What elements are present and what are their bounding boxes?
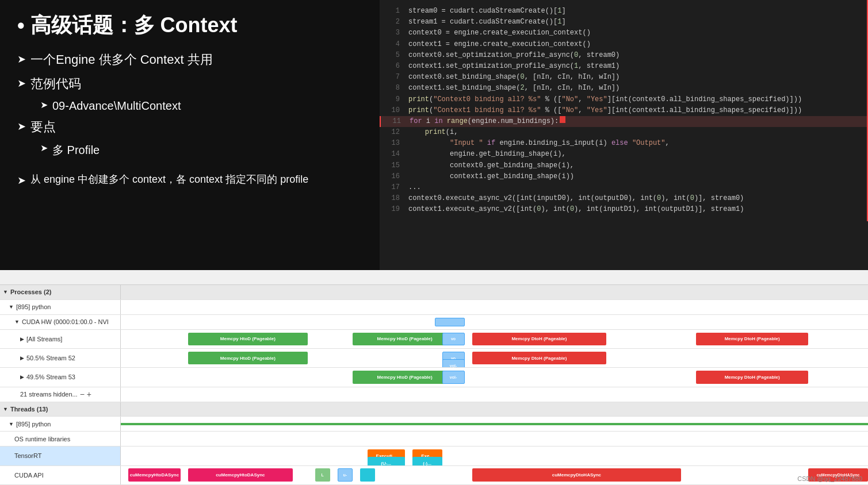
bar-cuda-u: u- bbox=[338, 468, 353, 482]
code-line-4: 4 context1 = engine.create_execution_con… bbox=[380, 39, 868, 50]
expand-cuda-icon[interactable]: ▼ bbox=[14, 319, 20, 325]
code-line-10: 10 print("Context1 binding all? %s" % ([… bbox=[380, 105, 868, 116]
bar-s53-dtoh: Memcpy DtoH (Pageable) bbox=[696, 371, 808, 384]
code-line-15: 15 context0.get_binding_shape(i), bbox=[380, 160, 868, 171]
add-remove-buttons: − + bbox=[80, 390, 91, 399]
tensorrt-content: Executi... Exe... (U-... (-)... bbox=[121, 446, 868, 465]
code-line-5: 5 context0.set_optimization_profile_asyn… bbox=[380, 50, 868, 61]
python-process-content bbox=[121, 300, 868, 314]
minus-icon[interactable]: − bbox=[80, 390, 85, 399]
bar-u1: (U-... bbox=[368, 457, 405, 465]
code-line-6: 6 context1.set_optimization_profile_asyn… bbox=[380, 61, 868, 72]
cuda-hw-label: ▼ CUDA HW (0000:01:00.0 - NVI bbox=[0, 315, 121, 329]
code-line-8: 8 context1.set_binding_shape(2, [nIn, cI… bbox=[380, 83, 868, 94]
bar-s53-htod: Memcpy HtoD (Pageable) bbox=[353, 371, 457, 384]
timeline-header: 1s ▼ +403.6ms +403.65ms +403.7ms +403.75… bbox=[0, 270, 868, 285]
processes-header-row: ▼ Processes (2) bbox=[0, 285, 868, 300]
bar-s52-htod: Memcpy HtoD (Pageable) bbox=[188, 352, 308, 365]
code-line-19: 19 context1.execute_async_v2([int(0), in… bbox=[380, 204, 868, 215]
bar-s53-vol: vol- bbox=[442, 371, 465, 384]
bottom-description: ➤ 从 engine 中创建多个 context，各 context 指定不同的… bbox=[17, 172, 362, 187]
os-runtime-row: OS runtime libraries bbox=[0, 432, 868, 446]
python-thread-label: ▼ [895] python bbox=[0, 417, 121, 431]
cuda-hw-bar-blue bbox=[435, 318, 465, 326]
code-line-11: 11 for i in range(engine.num_bindings): bbox=[380, 116, 868, 127]
bar-u2: (-)... bbox=[412, 457, 442, 465]
python-thread-row: ▼ [895] python bbox=[0, 417, 868, 432]
arrow-icon-1: ➤ bbox=[17, 53, 26, 66]
tensorrt-row: TensorRT Executi... Exe... (U-... (-)... bbox=[0, 446, 868, 465]
threads-label-text: Threads (13) bbox=[10, 406, 48, 413]
bar-htod-1: Memcpy HtoD (Pageable) bbox=[188, 333, 308, 346]
code-line-7: 7 context0.set_binding_shape(0, [nIn, cI… bbox=[380, 72, 868, 83]
code-line-18: 18 context0.execute_async_v2([int(inputD… bbox=[380, 193, 868, 204]
code-line-1: 1 stream0 = cudart.cudaStreamCreate()[1] bbox=[380, 6, 868, 17]
threads-header-label: ▼ Threads (13) bbox=[0, 402, 121, 417]
hidden-streams-row: 21 streams hidden... − + bbox=[0, 387, 868, 402]
code-content: 1 stream0 = cudart.cudaStreamCreate()[1]… bbox=[380, 0, 868, 221]
expand-all-streams-icon[interactable]: ▶ bbox=[20, 336, 24, 342]
code-line-12: 12 print(i, bbox=[380, 127, 868, 138]
code-editor: 1 stream0 = cudart.cudaStreamCreate()[1]… bbox=[380, 0, 868, 270]
code-line-3: 3 context0 = engine.create_execution_con… bbox=[380, 28, 868, 39]
bar-s52-vol: vol- bbox=[442, 359, 465, 368]
all-streams-content: Memcpy HtoD (Pageable) Memcpy HtoD (Page… bbox=[121, 330, 868, 348]
processes-header-label: ▼ Processes (2) bbox=[0, 285, 121, 299]
bar-cuda-htod-1: cuMemcpyHtoDASync bbox=[128, 468, 181, 482]
stream53-label: ▶ 49.5% Stream 53 bbox=[0, 368, 121, 386]
hidden-streams-label: 21 streams hidden... − + bbox=[0, 387, 121, 402]
profiler-section: 1s ▼ +403.6ms +403.65ms +403.7ms +403.75… bbox=[0, 270, 868, 485]
expand-python-icon[interactable]: ▼ bbox=[9, 304, 14, 310]
bullet-example: ➤ 范例代码 bbox=[17, 75, 362, 93]
cuda-api-label: CUDA API bbox=[0, 466, 121, 484]
stream53-content: Memcpy HtoD (Pageable) vol- Memcpy DtoH … bbox=[121, 368, 868, 386]
code-line-17: 17 ... bbox=[380, 182, 868, 193]
cuda-hw-row: ▼ CUDA HW (0000:01:00.0 - NVI bbox=[0, 315, 868, 330]
os-runtime-label: OS runtime libraries bbox=[0, 432, 121, 446]
stream52-row: ▶ 50.5% Stream 52 Memcpy HtoD (Pageable)… bbox=[0, 349, 868, 368]
slide-left: 高级话题：多 Context ➤ 一个Engine 供多个 Context 共用… bbox=[0, 0, 380, 270]
expand-stream53-icon[interactable]: ▶ bbox=[20, 374, 24, 380]
arrow-icon-4: ➤ bbox=[17, 120, 26, 133]
bullet-bottom: ➤ 从 engine 中创建多个 context，各 context 指定不同的… bbox=[17, 172, 362, 187]
python-thread-bar bbox=[121, 423, 868, 425]
expand-threads-icon[interactable]: ▼ bbox=[3, 406, 8, 412]
bar-cuda-green: L bbox=[315, 468, 330, 482]
arrow-icon-6: ➤ bbox=[17, 174, 26, 187]
code-line-13: 13 "Input " if engine.binding_is_input(i… bbox=[380, 138, 868, 149]
expand-stream52-icon[interactable]: ▶ bbox=[20, 355, 24, 361]
cuda-api-content: cuMemcpyHtoDASync cuMemcpyHtoDASync L u-… bbox=[121, 466, 868, 484]
os-runtime-content bbox=[121, 432, 868, 446]
expand-python-thread-icon[interactable]: ▼ bbox=[9, 421, 14, 427]
hidden-streams-content bbox=[121, 387, 868, 402]
cuda-api-row: CUDA API cuMemcpyHtoDASync cuMemcpyHtoDA… bbox=[0, 466, 868, 485]
breakpoint-icon bbox=[560, 116, 565, 123]
threads-header-content bbox=[121, 402, 868, 417]
tensorrt-label: TensorRT bbox=[0, 446, 121, 465]
bar-htod-2: Memcpy HtoD (Pageable) bbox=[353, 333, 457, 346]
code-line-16: 16 context1.get_binding_shape(i)) bbox=[380, 171, 868, 182]
bar-dtoh-right: Memcpy DtoH (Pageable) bbox=[696, 333, 808, 346]
arrow-icon-5: ➤ bbox=[40, 143, 48, 153]
plus-icon[interactable]: + bbox=[87, 390, 91, 399]
python-process-row: ▼ [895] python bbox=[0, 300, 868, 315]
bar-cuda-htod-2: cuMemcpyHtoDASync bbox=[188, 468, 293, 482]
slide-title: 高级话题：多 Context bbox=[17, 11, 362, 40]
arrow-icon-2: ➤ bbox=[17, 77, 26, 90]
stream53-row: ▶ 49.5% Stream 53 Memcpy HtoD (Pageable)… bbox=[0, 368, 868, 387]
bullet-engine: ➤ 一个Engine 供多个 Context 共用 bbox=[17, 51, 362, 68]
expand-processes-icon[interactable]: ▼ bbox=[3, 289, 8, 295]
code-line-9: 9 print("Context0 binding all? %s" % (["… bbox=[380, 94, 868, 105]
stream52-content: Memcpy HtoD (Pageable) vo vol- Memcpy Dt… bbox=[121, 349, 868, 367]
sub-bullet-profile: ➤ 多 Profile bbox=[40, 143, 362, 158]
sub-bullet-path: ➤ 09-Advance\MultiContext bbox=[40, 99, 362, 113]
slide-section: 高级话题：多 Context ➤ 一个Engine 供多个 Context 共用… bbox=[0, 0, 868, 270]
cuda-hw-content bbox=[121, 315, 868, 329]
bar-dtoh-1: Memcpy DtoH (Pageable) bbox=[472, 333, 607, 346]
code-line-2: 2 stream1 = cudart.cudaStreamCreate()[1] bbox=[380, 17, 868, 28]
watermark: CSDN @qq_22487880 bbox=[797, 475, 862, 482]
bar-blue-1: vo bbox=[442, 333, 465, 346]
stream52-label: ▶ 50.5% Stream 52 bbox=[0, 349, 121, 367]
all-streams-label: ▶ [All Streams] bbox=[0, 330, 121, 348]
bullet-points: ➤ 要点 bbox=[17, 118, 362, 136]
